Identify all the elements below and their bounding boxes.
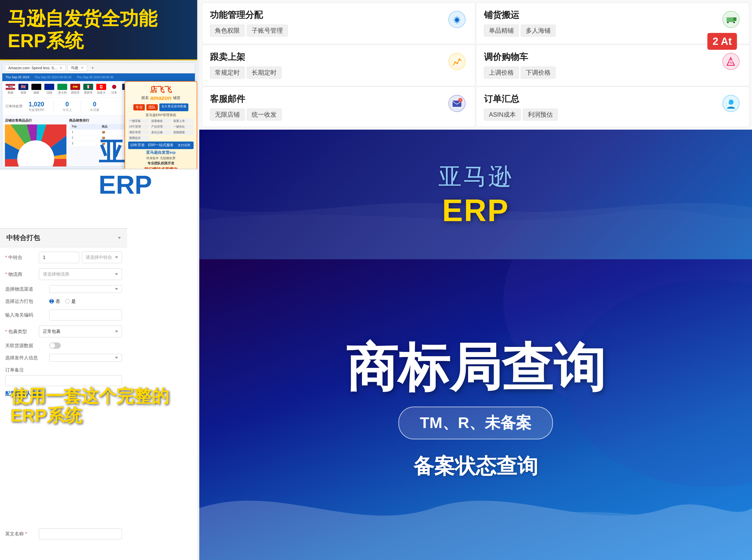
subtitle-text: 使用一套这个完整的ERP系统 bbox=[11, 386, 169, 425]
popup-system-name: 亚马逊ERP管理系统 bbox=[128, 113, 194, 117]
right-panel-middle: 亚马逊 ERP bbox=[199, 129, 752, 259]
orders-svg-icon bbox=[722, 94, 740, 113]
feature-icon-price bbox=[720, 51, 741, 72]
feature-card-follow: 跟卖上架 常规定时 长期定时 bbox=[202, 45, 475, 86]
flag-mx: 🇲🇽 墨西哥 bbox=[83, 84, 93, 95]
flag-uk: 🇬🇧 英国 bbox=[18, 84, 28, 95]
feature-tags-shipping: 单品精铺 多人海铺 bbox=[484, 25, 715, 37]
tag-unlimited: 无限店铺 bbox=[210, 108, 245, 121]
subtitle-overlay: 使用一套这个完整的ERP系统 bbox=[11, 386, 197, 425]
select-transfer[interactable]: 请选择中转合 bbox=[82, 252, 122, 263]
form-row-note: 订单备注 bbox=[5, 367, 122, 386]
feature-card-price: 调价购物车 上调价格 下调价格 bbox=[476, 45, 749, 86]
input-transfer-value: 1 bbox=[39, 252, 79, 263]
form-english-name-row: 英文名称 * bbox=[5, 528, 122, 539]
svg-point-17 bbox=[455, 61, 456, 63]
popup-no-hidden: 终身版本 无隐藏收费 bbox=[128, 156, 194, 160]
pie-chart bbox=[5, 124, 66, 167]
svg-point-16 bbox=[449, 53, 465, 70]
label-note: 订单备注 bbox=[5, 367, 122, 373]
tag-price-up: 上调价格 bbox=[484, 67, 519, 79]
select-parcel[interactable]: 正常包裹 bbox=[39, 326, 122, 337]
tag-multi: 多人海铺 bbox=[521, 25, 556, 37]
flag-de-label: 德国 bbox=[34, 91, 39, 95]
tab-label2: 马逊 bbox=[71, 65, 78, 70]
feature-title-price: 调价购物车 bbox=[484, 51, 715, 63]
svg-point-14 bbox=[727, 21, 729, 23]
erp-brand-container: 亚马逊 ERP bbox=[438, 161, 513, 228]
trademark-badge-text: TM、R、未备案 bbox=[420, 414, 532, 432]
radio-no[interactable]: 否 bbox=[49, 298, 60, 304]
label-source: 关联货源数据 bbox=[5, 342, 47, 349]
flag-de: 德国 bbox=[32, 84, 41, 95]
flag-fr-label: 法国 bbox=[46, 91, 52, 95]
gear-svg-icon bbox=[448, 11, 466, 28]
popup-team: 专业团队权限开发 bbox=[128, 161, 194, 166]
tag-role: 角色权限 bbox=[210, 25, 245, 37]
radio-yes[interactable]: 是 bbox=[65, 298, 76, 304]
browser-tab-mazon[interactable]: 马逊 ✕ bbox=[68, 64, 87, 72]
toggle-source[interactable] bbox=[49, 342, 61, 349]
feature-title-email: 客服邮件 bbox=[210, 93, 441, 105]
price-svg-icon bbox=[722, 52, 740, 71]
chevron-down-icon5 bbox=[115, 357, 118, 359]
new-tab-btn[interactable]: + bbox=[89, 64, 96, 71]
flag-uk-label: 英国 bbox=[20, 91, 26, 95]
stat-num: 1,020 bbox=[28, 101, 44, 108]
svg-point-8 bbox=[455, 18, 459, 22]
input-customs[interactable] bbox=[49, 309, 122, 320]
label-transfer: * 中转合 bbox=[5, 254, 36, 261]
select-transfer-placeholder: 请选择中转合 bbox=[85, 254, 112, 260]
form-col-note: 订单备注 bbox=[5, 367, 122, 386]
feature-icon-orders bbox=[720, 93, 741, 114]
tag-unified: 统一收发 bbox=[247, 108, 282, 121]
flag-fr: 法国 bbox=[44, 84, 54, 95]
tag-price-down: 下调价格 bbox=[521, 67, 556, 79]
popup-ad: 店飞飞 跟卖 amazon 铺货 专业 团队 永久售后咨询客服 亚马逊ERP管理… bbox=[124, 81, 197, 169]
browser-tab-amazon[interactable]: Amazon.com: Spend less. S... ✕ bbox=[5, 64, 66, 71]
tag-longterm: 长期定时 bbox=[247, 67, 282, 79]
label-sender: 选择发件人信息 bbox=[5, 355, 47, 361]
popup-erp-title: 亚马逊自发货erp bbox=[128, 150, 194, 155]
flag-us: 🇺🇸 美国 bbox=[5, 84, 15, 95]
feature-title-shipping: 铺货搬运 bbox=[484, 9, 715, 21]
svg-point-18 bbox=[457, 62, 458, 64]
select-logistics[interactable]: 请选择物流商 bbox=[39, 268, 122, 280]
select-channel[interactable] bbox=[49, 285, 122, 293]
date3: Thu Sep 05 2024 09:06:30 bbox=[77, 76, 113, 79]
feature-icon-shipping bbox=[720, 9, 741, 30]
tag-subaccount: 子账号管理 bbox=[247, 25, 288, 37]
form-title: 中转合打包 bbox=[6, 233, 40, 242]
svg-rect-28 bbox=[727, 100, 729, 103]
svg-text:!: ! bbox=[460, 99, 461, 102]
chevron-down-icon bbox=[115, 256, 118, 259]
feature-icon-email: ! bbox=[447, 93, 467, 114]
popup-amazon-row: 跟卖 amazon 铺货 bbox=[128, 95, 194, 101]
feature-card-content-email: 客服邮件 无限店铺 统一收发 bbox=[210, 93, 441, 121]
tag-single: 单品精铺 bbox=[484, 25, 519, 37]
flag-jp: 日本 bbox=[109, 84, 119, 95]
flag-mx-label: 墨西哥 bbox=[84, 91, 93, 95]
input-note[interactable] bbox=[5, 375, 122, 386]
label-logistics: * 物流商 bbox=[5, 271, 36, 277]
feature-tags-orders: ASIN成本 利润预估 bbox=[484, 108, 715, 121]
label-customs: 输入海关编码 bbox=[5, 312, 47, 318]
form-row-channel: 选择物流渠道 bbox=[5, 285, 122, 293]
label-channel: 选择物流渠道 bbox=[5, 286, 47, 292]
select-sender[interactable] bbox=[49, 354, 122, 362]
popup-labels: 专业 团队 永久售后咨询客服 bbox=[128, 103, 194, 111]
popup-years: 10年开发 ERP一站式服务 支付试用 bbox=[128, 142, 194, 149]
form-header: 中转合打包 bbox=[0, 229, 127, 247]
feature-card-email: 客服邮件 无限店铺 统一收发 ! bbox=[202, 86, 475, 127]
feature-card-func: 功能管理分配 角色权限 子账号管理 bbox=[202, 3, 475, 44]
form-row-logistics: * 物流商 请选择物流商 bbox=[5, 268, 122, 280]
chevron-down-icon2 bbox=[115, 273, 118, 275]
feature-card-content-follow: 跟卖上架 常规定时 长期定时 bbox=[210, 51, 441, 79]
erp-small-text: 亚马逊 bbox=[438, 161, 513, 192]
input-english-name[interactable] bbox=[39, 528, 122, 539]
trademark-badge: TM、R、未备案 bbox=[398, 406, 553, 439]
form-row-capacity: 选择运力打包 否 是 bbox=[5, 298, 122, 304]
main-title: 马逊自发货全功能ERP系统 bbox=[8, 8, 157, 51]
stat-new: 0 今日新 bbox=[90, 101, 99, 112]
stat-sublabel: 可处理ERP bbox=[28, 108, 44, 112]
